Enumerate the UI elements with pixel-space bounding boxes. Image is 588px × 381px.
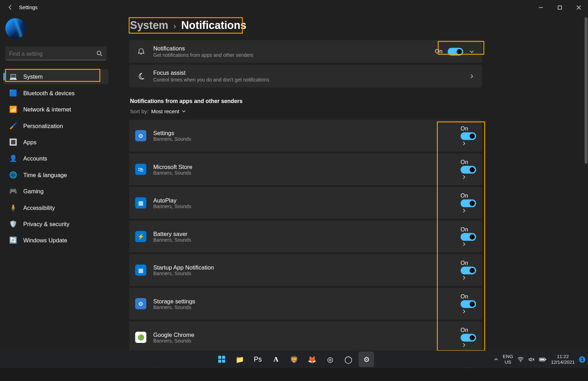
- app-toggle[interactable]: [461, 233, 476, 241]
- app-icon: ▦: [135, 265, 146, 276]
- sidebar-item-windows-update[interactable]: 🔄Windows Update: [4, 232, 109, 248]
- app-name: Battery saver: [153, 231, 454, 237]
- svg-rect-8: [545, 359, 546, 360]
- taskbar-app-explorer[interactable]: 📁: [232, 351, 247, 367]
- sidebar-item-apps[interactable]: 🔳Apps: [4, 134, 109, 150]
- svg-rect-5: [222, 360, 225, 363]
- card-title: Notifications: [153, 45, 428, 52]
- tray-chevron-icon[interactable]: [494, 357, 498, 362]
- sidebar-item-time-language[interactable]: 🌐Time & language: [4, 167, 109, 183]
- app-detail: Banners, Sounds: [153, 338, 454, 343]
- app-detail: Banners, Sounds: [153, 204, 454, 209]
- app-toggle[interactable]: [461, 300, 476, 308]
- app-detail: Banners, Sounds: [153, 237, 454, 242]
- window-minimize-button[interactable]: [531, 0, 550, 15]
- svg-rect-9: [540, 358, 544, 360]
- app-notification-row[interactable]: ⚙SettingsBanners, SoundsOn: [129, 120, 482, 151]
- sidebar-item-system[interactable]: 💻System: [4, 69, 109, 84]
- chevron-right-icon[interactable]: [461, 241, 468, 248]
- sidebar-item-bluetooth-devices[interactable]: 🟦Bluetooth & devices: [4, 85, 109, 101]
- nav-icon: 🎮: [10, 187, 17, 195]
- search-field[interactable]: [9, 50, 96, 56]
- app-notification-row[interactable]: ⚡Battery saverBanners, SoundsOn: [129, 220, 482, 252]
- svg-rect-4: [218, 360, 221, 363]
- toggle-label: On: [435, 48, 442, 55]
- app-icon: ⚡: [135, 231, 146, 242]
- chevron-right-icon[interactable]: [461, 308, 468, 315]
- sidebar-item-accessibility[interactable]: 🧍Accessibility: [4, 200, 109, 216]
- start-button[interactable]: [214, 351, 229, 367]
- app-detail: Banners, Sounds: [153, 136, 454, 141]
- nav-icon: 🧍: [10, 204, 17, 212]
- taskbar-app-firefox[interactable]: 🦊: [304, 351, 320, 367]
- chevron-right-icon[interactable]: [461, 140, 468, 147]
- app-name: Storage settings: [153, 298, 454, 304]
- taskbar-app-chrome[interactable]: ◎: [323, 351, 338, 367]
- chevron-right-icon[interactable]: [461, 207, 468, 214]
- card-subtitle: Get notifications from apps and other se…: [153, 53, 428, 58]
- app-toggle[interactable]: [461, 199, 476, 207]
- sidebar-item-gaming[interactable]: 🎮Gaming: [4, 183, 109, 199]
- app-icon: 🟢: [135, 332, 146, 343]
- app-icon: ⚙: [135, 130, 146, 141]
- svg-point-6: [520, 361, 521, 362]
- tray-clock[interactable]: 11:22 12/14/2021: [551, 353, 575, 365]
- sidebar-item-personalization[interactable]: 🖌️Personalization: [4, 118, 109, 134]
- chevron-right-icon[interactable]: [461, 274, 468, 282]
- toggle-label: On: [461, 260, 468, 266]
- sidebar-item-accounts[interactable]: 👤Accounts: [4, 151, 109, 166]
- app-notification-row[interactable]: 🛍Microsoft StoreBanners, SoundsOn: [129, 153, 482, 185]
- chevron-right-icon[interactable]: [461, 341, 468, 349]
- back-button[interactable]: [2, 4, 19, 10]
- taskbar-app-a[interactable]: A: [268, 351, 284, 367]
- app-toggle[interactable]: [461, 166, 476, 174]
- window-close-button[interactable]: [569, 0, 588, 15]
- app-notification-row[interactable]: ▦AutoPlayBanners, SoundsOn: [129, 187, 482, 219]
- main: System › Notifications Notifications Get…: [112, 15, 588, 368]
- expand-card-button[interactable]: [468, 48, 476, 55]
- breadcrumb-parent[interactable]: System: [130, 19, 169, 31]
- taskbar: 📁 Ps A 🦁 🦊 ◎ ◯ ⚙ ENG US: [0, 351, 588, 368]
- taskbar-app-edge[interactable]: ◯: [341, 351, 356, 367]
- notifications-toggle[interactable]: [448, 48, 463, 55]
- profile-section[interactable]: [2, 16, 110, 46]
- notification-badge[interactable]: 1: [579, 356, 585, 362]
- sort-prefix: Sort by:: [130, 109, 149, 115]
- breadcrumb: System › Notifications: [129, 17, 562, 40]
- taskbar-app-settings[interactable]: ⚙: [359, 351, 374, 367]
- battery-icon[interactable]: [539, 357, 547, 362]
- app-notification-row[interactable]: 🟢Google ChromeBanners, SoundsOn: [129, 321, 482, 353]
- chevron-right-icon[interactable]: [468, 73, 476, 80]
- app-icon: ⚙: [135, 298, 146, 309]
- nav-icon: 💻: [10, 73, 17, 80]
- app-icon: ▦: [135, 197, 146, 208]
- system-tray[interactable]: ENG US 11:22 12/14/2021 1: [494, 353, 586, 365]
- tray-language[interactable]: ENG US: [503, 353, 513, 365]
- app-notification-row[interactable]: ⚙Storage settingsBanners, SoundsOn: [129, 288, 482, 320]
- volume-mute-icon[interactable]: [528, 356, 534, 362]
- section-label: Notifications from apps and other sender…: [130, 98, 482, 104]
- app-toggle[interactable]: [461, 334, 476, 341]
- wifi-icon[interactable]: [517, 356, 524, 362]
- sort-value: Most recent: [151, 109, 179, 115]
- app-detail: Banners, Sounds: [153, 170, 454, 175]
- sidebar-item-privacy-security[interactable]: 🛡️Privacy & security: [4, 216, 109, 232]
- window-maximize-button[interactable]: [550, 0, 569, 15]
- scrollbar[interactable]: [584, 17, 588, 349]
- sidebar-item-network-internet[interactable]: 📶Network & internet: [4, 102, 109, 117]
- taskbar-app-brave[interactable]: 🦁: [286, 351, 302, 367]
- sort-by[interactable]: Sort by: Most recent: [130, 109, 482, 115]
- toggle-label: On: [461, 193, 468, 199]
- search-input[interactable]: [5, 47, 107, 60]
- notifications-master-card[interactable]: Notifications Get notifications from app…: [129, 40, 482, 63]
- taskbar-app-photoshop[interactable]: Ps: [250, 351, 265, 367]
- toggle-label: On: [461, 327, 468, 333]
- app-notification-row[interactable]: ▦Startup App NotificationBanners, Sounds…: [129, 254, 482, 286]
- sidebar-item-label: Privacy & security: [23, 221, 69, 227]
- focus-assist-card[interactable]: Focus assist Control times when you do a…: [129, 65, 482, 87]
- app-name: Microsoft Store: [153, 163, 454, 170]
- chevron-right-icon[interactable]: [461, 174, 468, 181]
- app-toggle[interactable]: [461, 132, 476, 140]
- avatar: [5, 18, 26, 39]
- app-toggle[interactable]: [461, 267, 476, 274]
